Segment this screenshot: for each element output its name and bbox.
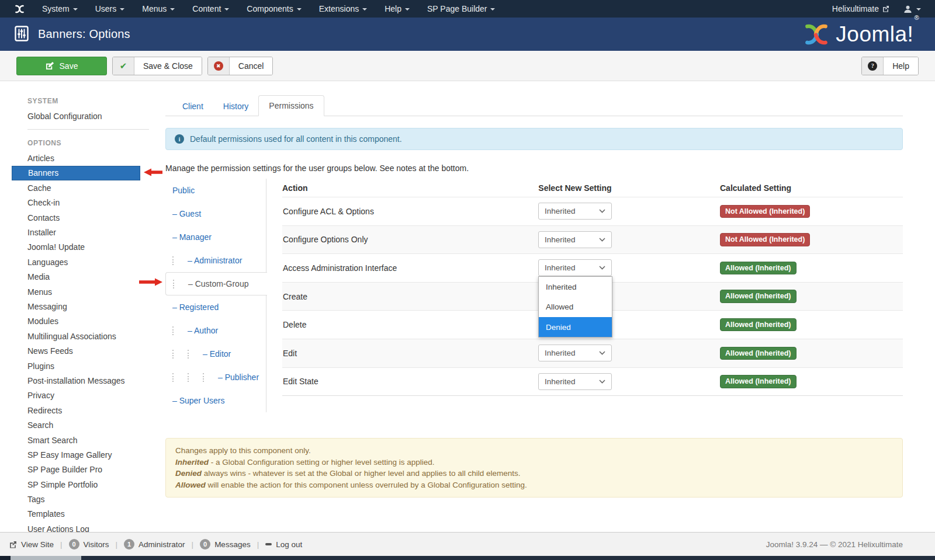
sidebar-item-post-installation-messages[interactable]: Post-installation Messages xyxy=(12,373,140,388)
calculated-setting-badge: Allowed (Inherited) xyxy=(720,347,797,360)
action-label: Delete xyxy=(282,320,538,329)
sidebar-divider xyxy=(27,129,149,130)
menu-users[interactable]: Users xyxy=(86,0,134,18)
table-row: Edit State Inherited Allowed (Inherited) xyxy=(282,367,903,396)
group-tab-manager[interactable]: – Manager xyxy=(165,225,266,249)
bottom-window-edge xyxy=(0,556,935,560)
sidebar-item-global-configuration[interactable]: Global Configuration xyxy=(0,109,165,123)
sidebar-item-templates[interactable]: Templates xyxy=(12,507,140,521)
group-tab-guest[interactable]: – Guest xyxy=(165,202,266,225)
setting-select[interactable]: Inherited xyxy=(538,231,612,248)
chevron-down-icon xyxy=(297,8,302,11)
sidebar-item-news-feeds[interactable]: News Feeds xyxy=(12,343,140,358)
menu-extensions[interactable]: Extensions xyxy=(310,0,376,18)
view-site-link[interactable]: View Site xyxy=(9,540,54,549)
sidebar-item-joomla-update[interactable]: Joomla! Update xyxy=(12,240,140,255)
group-tab-editor[interactable]: – Editor xyxy=(165,342,266,366)
question-icon: ? xyxy=(868,61,877,71)
tree-indent-icon xyxy=(188,373,203,382)
administrators-status[interactable]: 1 Administrator xyxy=(124,539,185,549)
permissions-intro-text: Manage the permission settings for the u… xyxy=(165,164,903,173)
action-label: Edit xyxy=(282,349,538,358)
sidebar-item-menus[interactable]: Menus xyxy=(12,284,140,299)
table-row: Configure ACL & Options Inherited Not Al… xyxy=(282,197,903,225)
edit-icon xyxy=(46,61,54,70)
menu-sp-page-builder[interactable]: SP Page Builder xyxy=(418,0,504,18)
logout-icon xyxy=(265,543,272,545)
chevron-down-icon xyxy=(224,8,229,11)
action-label: Configure Options Only xyxy=(282,235,538,244)
logout-link[interactable]: Log out xyxy=(265,540,302,549)
sidebar-item-languages[interactable]: Languages xyxy=(12,255,140,269)
page-title: Banners: Options xyxy=(38,27,130,41)
menu-system[interactable]: System xyxy=(33,0,86,18)
col-header-select-new-setting: Select New Setting xyxy=(538,183,612,193)
sidebar-item-search[interactable]: Search xyxy=(12,418,140,432)
menu-components[interactable]: Components xyxy=(238,0,310,18)
group-tab-registered[interactable]: – Registered xyxy=(165,295,266,319)
sidebar-item-redirects[interactable]: Redirects xyxy=(12,403,140,418)
messages-status[interactable]: 0 Messages xyxy=(200,539,251,549)
table-row: Configure Options Only Inherited Not All… xyxy=(282,225,903,254)
chevron-down-icon xyxy=(599,380,605,384)
setting-select[interactable]: Inherited xyxy=(538,345,612,361)
dropdown-option-denied[interactable]: Denied xyxy=(539,317,612,337)
check-icon: ✔ xyxy=(120,61,127,71)
tree-indent-icon xyxy=(188,350,203,359)
user-menu[interactable] xyxy=(896,5,935,13)
group-tab-super-users[interactable]: – Super Users xyxy=(165,389,266,412)
group-tab-public[interactable]: Public xyxy=(165,179,266,202)
sidebar-item-privacy[interactable]: Privacy xyxy=(12,388,140,403)
chevron-down-icon xyxy=(599,266,605,270)
menu-help[interactable]: Help xyxy=(376,0,418,18)
sidebar-item-tags[interactable]: Tags xyxy=(12,492,140,506)
save-button[interactable]: Save xyxy=(16,57,107,75)
tree-indent-icon xyxy=(173,280,188,288)
sidebar-item-modules[interactable]: Modules xyxy=(12,314,140,329)
menu-menus[interactable]: Menus xyxy=(133,0,183,18)
group-tab-administrator[interactable]: – Administrator xyxy=(165,249,266,272)
tab-history[interactable]: History xyxy=(213,96,259,116)
sidebar-item-plugins[interactable]: Plugins xyxy=(12,359,140,373)
visitors-status[interactable]: 0 Visitors xyxy=(69,539,109,549)
help-button[interactable]: ? Help xyxy=(861,57,919,75)
group-tab-author[interactable]: – Author xyxy=(165,319,266,342)
cancel-button[interactable]: ✖ Cancel xyxy=(207,57,273,75)
menu-content[interactable]: Content xyxy=(183,0,238,18)
sidebar-item-sp-page-builder-pro[interactable]: SP Page Builder Pro xyxy=(12,462,140,477)
sidebar-item-banners[interactable]: Banners xyxy=(12,166,140,180)
chevron-down-icon xyxy=(599,238,605,242)
cancel-x-icon: ✖ xyxy=(214,61,223,71)
sidebar-item-sp-easy-image-gallery[interactable]: SP Easy Image Gallery xyxy=(12,447,140,462)
view-site-template-link[interactable]: Helixultimate xyxy=(825,4,896,13)
info-icon: i xyxy=(175,134,184,144)
setting-select[interactable]: Inherited xyxy=(538,203,612,220)
sidebar-item-media[interactable]: Media xyxy=(12,270,140,284)
sidebar-item-articles[interactable]: Articles xyxy=(12,151,140,165)
joomla-knot-icon xyxy=(14,4,25,15)
annotation-arrow-custom-group xyxy=(139,277,162,287)
dropdown-option-inherited[interactable]: Inherited xyxy=(539,277,612,297)
note-line: Inherited - a Global Configuration setti… xyxy=(175,457,893,468)
tab-client[interactable]: Client xyxy=(172,96,213,116)
sidebar-item-installer[interactable]: Installer xyxy=(12,225,140,239)
calculated-setting-badge: Not Allowed (Inherited) xyxy=(720,233,810,246)
group-tab-custom-group[interactable]: – Custom-Group xyxy=(165,272,267,295)
group-tab-publisher[interactable]: – Publisher xyxy=(165,366,266,389)
setting-select-open[interactable]: Inherited xyxy=(538,259,612,276)
sidebar-item-cache[interactable]: Cache xyxy=(12,180,140,195)
sidebar-item-check-in[interactable]: Check-in xyxy=(12,196,140,210)
sidebar-item-multilingual-associations[interactable]: Multilingual Associations xyxy=(12,329,140,343)
setting-select[interactable]: Inherited xyxy=(538,373,612,390)
admin-menubar: System Users Menus Content Components Ex… xyxy=(0,0,935,18)
sidebar-item-sp-simple-portfolio[interactable]: SP Simple Portfolio xyxy=(12,477,140,492)
sidebar-item-smart-search[interactable]: Smart Search xyxy=(12,433,140,447)
save-close-button[interactable]: ✔ Save & Close xyxy=(112,57,202,75)
sidebar-item-contacts[interactable]: Contacts xyxy=(12,210,140,225)
tab-permissions[interactable]: Permissions xyxy=(258,95,324,116)
sidebar-item-messaging[interactable]: Messaging xyxy=(12,299,140,314)
calculated-setting-badge: Allowed (Inherited) xyxy=(720,262,797,275)
dropdown-option-allowed[interactable]: Allowed xyxy=(539,297,612,317)
main-content: Client History Permissions i Default per… xyxy=(165,81,903,498)
note-line: Denied always wins - whatever is set at … xyxy=(175,468,893,479)
